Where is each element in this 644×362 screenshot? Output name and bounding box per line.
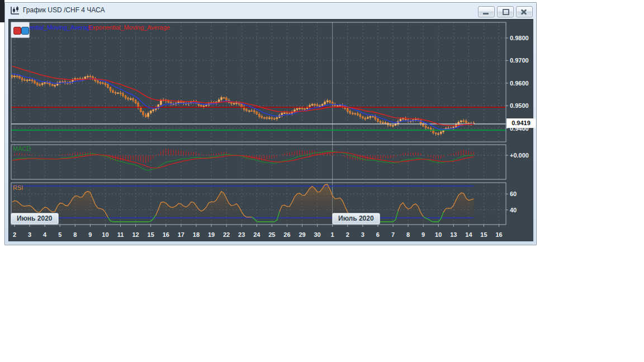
macd-layer bbox=[12, 149, 474, 170]
minimize-icon bbox=[483, 13, 489, 15]
svg-text:24: 24 bbox=[253, 231, 261, 238]
svg-text:60: 60 bbox=[510, 190, 517, 197]
red-indicator-swatch[interactable] bbox=[13, 27, 21, 35]
svg-text:5: 5 bbox=[58, 231, 61, 238]
svg-text:10: 10 bbox=[435, 231, 442, 238]
svg-text:9: 9 bbox=[88, 231, 92, 238]
month-button-july[interactable]: Июль 2020 bbox=[332, 213, 380, 225]
title-bar[interactable]: График USD /CHF 4 ЧАСА bbox=[5, 3, 536, 18]
current-price-box: 0.9419 bbox=[506, 118, 536, 128]
svg-text:12: 12 bbox=[132, 231, 139, 238]
svg-text:25: 25 bbox=[268, 231, 275, 238]
svg-text:30: 30 bbox=[314, 231, 320, 238]
close-button[interactable] bbox=[516, 6, 533, 17]
ema-slow-legend: Exponential_Moving_Average bbox=[88, 24, 170, 31]
svg-text:16: 16 bbox=[495, 231, 502, 238]
window-title: График USD /CHF 4 ЧАСА bbox=[23, 6, 105, 14]
chart-client-area[interactable]: 2345891011121516171819222324252629301236… bbox=[8, 19, 533, 241]
month-button-june[interactable]: Июнь 2020 bbox=[11, 213, 59, 225]
svg-text:18: 18 bbox=[193, 231, 200, 238]
svg-text:17: 17 bbox=[178, 231, 184, 238]
restore-button[interactable] bbox=[497, 6, 514, 17]
svg-text:0.9700: 0.9700 bbox=[510, 57, 529, 64]
svg-text:16: 16 bbox=[163, 231, 169, 238]
svg-text:7: 7 bbox=[391, 231, 395, 238]
svg-text:10: 10 bbox=[102, 231, 108, 238]
svg-text:0.9500: 0.9500 bbox=[510, 102, 529, 109]
svg-text:29: 29 bbox=[299, 231, 305, 238]
candlestick-chart-icon bbox=[10, 6, 20, 16]
svg-text:0.9600: 0.9600 bbox=[510, 80, 529, 87]
svg-text:3: 3 bbox=[28, 231, 31, 238]
indicator-toolbar bbox=[11, 22, 30, 38]
svg-text:8: 8 bbox=[406, 231, 410, 238]
svg-text:2: 2 bbox=[346, 231, 349, 238]
background-window-edge bbox=[0, 0, 4, 22]
svg-text:22: 22 bbox=[223, 231, 230, 238]
restore-icon bbox=[503, 9, 509, 15]
svg-text:6: 6 bbox=[376, 231, 380, 238]
close-icon bbox=[520, 8, 527, 15]
chart-window: График USD /CHF 4 ЧАСА 23458910111215161… bbox=[4, 2, 537, 245]
svg-text:1: 1 bbox=[331, 231, 334, 238]
desktop: График USD /CHF 4 ЧАСА 23458910111215161… bbox=[0, 0, 644, 362]
minimize-button[interactable] bbox=[478, 6, 495, 17]
svg-text:11: 11 bbox=[117, 231, 124, 238]
rsi-panel-label: RSI bbox=[13, 184, 23, 191]
svg-text:26: 26 bbox=[283, 231, 290, 238]
svg-text:14: 14 bbox=[465, 231, 472, 238]
chart-canvas[interactable]: 2345891011121516171819222324252629301236… bbox=[9, 20, 533, 241]
svg-text:13: 13 bbox=[450, 231, 457, 238]
blue-indicator-swatch[interactable] bbox=[21, 27, 29, 35]
rsi-layer bbox=[11, 184, 473, 225]
ema-fast-legend: ential_Moving_Average bbox=[29, 24, 93, 31]
svg-text:23: 23 bbox=[238, 231, 245, 238]
svg-text:3: 3 bbox=[361, 231, 364, 238]
svg-text:8: 8 bbox=[73, 231, 77, 238]
level-lines-layer bbox=[11, 107, 506, 130]
svg-text:19: 19 bbox=[208, 231, 215, 238]
svg-text:15: 15 bbox=[480, 231, 487, 238]
svg-text:0.9800: 0.9800 bbox=[510, 35, 529, 41]
svg-text:9: 9 bbox=[422, 231, 425, 238]
window-controls bbox=[478, 6, 533, 17]
svg-text:15: 15 bbox=[148, 231, 154, 238]
macd-panel-label: MACD bbox=[13, 145, 31, 152]
svg-text:2: 2 bbox=[13, 231, 16, 238]
svg-text:4: 4 bbox=[43, 231, 47, 238]
svg-text:+0.000: +0.000 bbox=[510, 152, 529, 159]
svg-text:40: 40 bbox=[510, 207, 517, 213]
ema-lines-layer bbox=[12, 66, 474, 129]
